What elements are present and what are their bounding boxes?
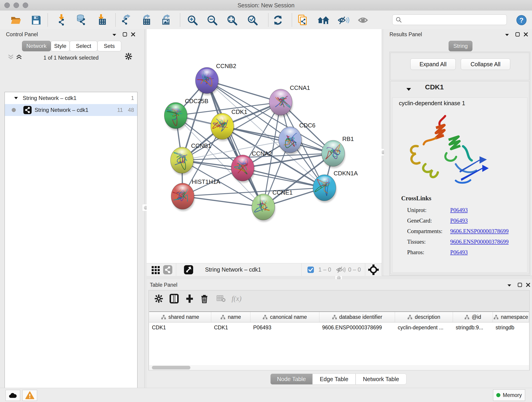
column-header-description[interactable]: description	[395, 312, 453, 322]
tab-select[interactable]: Select	[70, 41, 97, 51]
column-header-canonical-name[interactable]: canonical name	[250, 312, 319, 322]
section-collapse-icon[interactable]	[405, 86, 413, 93]
zoom-in-icon[interactable]	[186, 14, 198, 26]
import-network-file-icon[interactable]	[56, 14, 68, 26]
eye-slash-icon[interactable]	[337, 14, 349, 26]
network-options-gear-icon[interactable]	[125, 53, 133, 60]
crosslink-value-link[interactable]: P06493	[450, 249, 468, 255]
crosslink-value-link[interactable]: 9606.ENSP00000378699	[450, 228, 509, 235]
search-field[interactable]	[392, 14, 507, 25]
network-tree-root-row[interactable]: String Network – cdk1 1	[5, 92, 137, 104]
table-panel-close-icon[interactable]	[524, 281, 532, 288]
export-image-icon[interactable]	[160, 14, 172, 26]
cell-description[interactable]: cyclin-dependent ...	[395, 322, 453, 332]
table-row[interactable]: CDK1CDK1P064939606.ENSP00000378699cyclin…	[149, 322, 529, 332]
node-CCNB2[interactable]	[196, 67, 219, 95]
cell-shared-name[interactable]: CDK1	[149, 322, 211, 332]
results-panel-title: Results Panel	[389, 32, 422, 38]
memory-button[interactable]: Memory	[493, 389, 525, 401]
node-CDK1[interactable]	[211, 113, 234, 141]
crosslink-value-link[interactable]: P06493	[450, 217, 468, 224]
control-panel-float-icon[interactable]	[121, 31, 129, 38]
tree-hierarchy-icon	[220, 315, 225, 320]
add-column-icon[interactable]	[185, 294, 194, 304]
node-CCNE1[interactable]	[252, 194, 275, 222]
node-RB1[interactable]	[322, 140, 345, 168]
node-CDC6[interactable]	[279, 127, 302, 155]
crosslink-value-link[interactable]: P06493	[450, 207, 468, 213]
network-tree: String Network – cdk1 1 String Network –…	[5, 92, 138, 402]
cell--id[interactable]: stringdb:9...	[453, 322, 493, 332]
copy-network-icon[interactable]	[297, 14, 309, 26]
column-header-namespace[interactable]: namespace	[493, 312, 529, 322]
export-table-icon[interactable]	[140, 14, 152, 26]
houses-icon[interactable]	[317, 14, 329, 26]
tab-style[interactable]: Style	[51, 41, 70, 51]
tree-collapse-icon[interactable]	[14, 97, 18, 99]
crosslink-value-link[interactable]: 9606.ENSP00000378699	[450, 239, 509, 245]
import-table-icon[interactable]	[96, 14, 108, 26]
help-button[interactable]: ?	[515, 14, 527, 26]
import-network-database-icon[interactable]	[75, 14, 87, 26]
table-panel-menu-icon[interactable]	[505, 282, 513, 289]
column-header-database-identifier[interactable]: database identifier	[319, 312, 395, 322]
delete-column-icon[interactable]	[200, 294, 209, 304]
warning-button[interactable]	[22, 390, 37, 401]
cell-namespace[interactable]: stringdb	[493, 322, 529, 332]
cell-canonical-name[interactable]: P06493	[250, 322, 319, 332]
node-CDKN1A[interactable]	[313, 175, 336, 203]
zoom-fit-icon[interactable]	[226, 14, 238, 26]
string-network-icon	[23, 106, 32, 114]
svg-text:?: ?	[519, 16, 524, 24]
node-CDC25B[interactable]	[164, 102, 188, 130]
tab-edge-table[interactable]: Edge Table	[312, 374, 355, 385]
tab-string[interactable]: String	[449, 41, 472, 51]
table-panel-float-icon[interactable]	[516, 281, 524, 288]
tree-hierarchy-icon	[464, 315, 469, 320]
export-network-icon[interactable]	[120, 14, 132, 26]
results-panel-menu-icon[interactable]	[503, 32, 511, 38]
network-tree-row-selected[interactable]: String Network – cdk1 11 48	[5, 104, 137, 116]
column-header-name[interactable]: name	[211, 312, 250, 322]
edge-count: 48	[128, 107, 134, 113]
tab-sets[interactable]: Sets	[97, 41, 121, 51]
control-panel-close-icon[interactable]	[129, 31, 137, 38]
tab-node-table[interactable]: Node Table	[270, 374, 312, 385]
cloud-button[interactable]	[6, 390, 20, 401]
node-CCNA2[interactable]	[231, 155, 255, 183]
table-gear-icon[interactable]	[154, 294, 163, 303]
table-toolbar: f(x)	[154, 294, 241, 304]
table-horizontal-scrollbar[interactable]	[149, 365, 529, 370]
birds-eye-grid-icon[interactable]	[150, 264, 162, 276]
node-CCNA1[interactable]	[269, 89, 293, 117]
scrollbar-thumb[interactable]	[152, 366, 190, 370]
save-session-icon[interactable]	[30, 14, 42, 26]
fit-selected-crosshair-icon[interactable]	[367, 264, 380, 276]
tab-network[interactable]: Network	[22, 41, 51, 51]
node-HIST1H1A[interactable]	[171, 183, 195, 211]
selected-checkbox-icon[interactable]	[305, 264, 317, 276]
main-toolbar: ?	[0, 11, 532, 29]
expand-all-button[interactable]: Expand All	[410, 58, 456, 70]
collapse-all-button[interactable]: Collapse All	[461, 58, 510, 70]
open-in-window-icon[interactable]	[183, 264, 195, 276]
search-input[interactable]	[404, 17, 503, 23]
show-columns-icon[interactable]	[169, 294, 179, 304]
network-share-icon[interactable]	[162, 264, 174, 276]
column-header-shared-name[interactable]: shared name	[149, 312, 211, 322]
column-header--id[interactable]: @id	[453, 312, 493, 322]
zoom-out-icon[interactable]	[206, 14, 218, 26]
results-panel-float-icon[interactable]	[514, 31, 521, 38]
cell-database-identifier[interactable]: 9606.ENSP00000378699	[319, 322, 395, 332]
network-view-canvas[interactable]: CCNB2 CCNA1 CDC25B CDK1 CDC6	[147, 29, 382, 263]
results-panel-close-icon[interactable]	[522, 31, 530, 38]
zoom-selected-icon[interactable]	[247, 14, 259, 26]
node-CCNB1[interactable]	[171, 147, 194, 175]
network-view-label: String Network – cdk1	[35, 107, 89, 113]
control-panel-menu-icon[interactable]	[110, 32, 118, 38]
open-session-icon[interactable]	[10, 14, 22, 26]
tab-network-table[interactable]: Network Table	[355, 374, 406, 385]
cell-name[interactable]: CDK1	[211, 322, 250, 332]
edge-CCNB2-CCNE1[interactable]	[207, 80, 263, 207]
refresh-icon[interactable]	[272, 14, 284, 26]
